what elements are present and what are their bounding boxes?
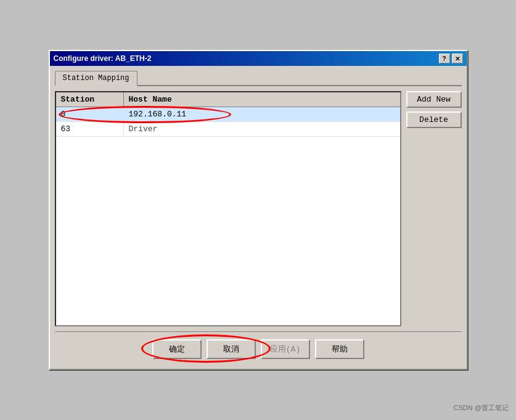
- delete-button[interactable]: Delete: [406, 111, 462, 128]
- help-title-btn[interactable]: ?: [439, 54, 450, 63]
- close-title-btn[interactable]: ✕: [452, 54, 463, 63]
- configure-driver-window: Configure driver: AB_ETH-2 ? ✕ Station M…: [49, 50, 468, 370]
- station-table: Station Host Name 0 192.168.0.11 63 Driv…: [55, 91, 401, 326]
- help-button[interactable]: 帮助: [315, 339, 364, 359]
- apply-button[interactable]: 应用(A): [261, 339, 310, 359]
- table-row[interactable]: 63 Driver: [56, 122, 400, 137]
- bottom-buttons: 确定 取消 应用(A) 帮助: [55, 331, 462, 364]
- confirm-button[interactable]: 确定: [152, 339, 202, 359]
- window-title: Configure driver: AB_ETH-2: [54, 54, 152, 63]
- tab-station-mapping[interactable]: Station Mapping: [55, 71, 137, 86]
- window-body: Station Mapping Station Host Name 0 192.…: [50, 66, 467, 369]
- table-header: Station Host Name: [56, 92, 400, 107]
- title-bar: Configure driver: AB_ETH-2 ? ✕: [50, 51, 467, 66]
- cancel-button[interactable]: 取消: [207, 339, 256, 359]
- title-bar-buttons: ? ✕: [439, 54, 463, 63]
- confirm-btn-wrapper: 确定: [152, 339, 202, 359]
- cell-hostname-63: Driver: [124, 122, 400, 136]
- cell-station-63: 63: [56, 122, 124, 136]
- col-hostname-header: Host Name: [124, 92, 400, 107]
- table-row[interactable]: 0 192.168.0.11: [56, 107, 400, 122]
- add-new-button[interactable]: Add New: [406, 91, 462, 108]
- content-area: Station Host Name 0 192.168.0.11 63 Driv…: [55, 91, 462, 326]
- watermark: CSDN @雷工笔记: [454, 403, 509, 413]
- cell-hostname-0: 192.168.0.11: [124, 107, 400, 121]
- col-station-header: Station: [56, 92, 124, 107]
- tab-bar: Station Mapping: [55, 71, 462, 86]
- cell-station-0: 0: [56, 107, 124, 121]
- side-buttons: Add New Delete: [406, 91, 462, 326]
